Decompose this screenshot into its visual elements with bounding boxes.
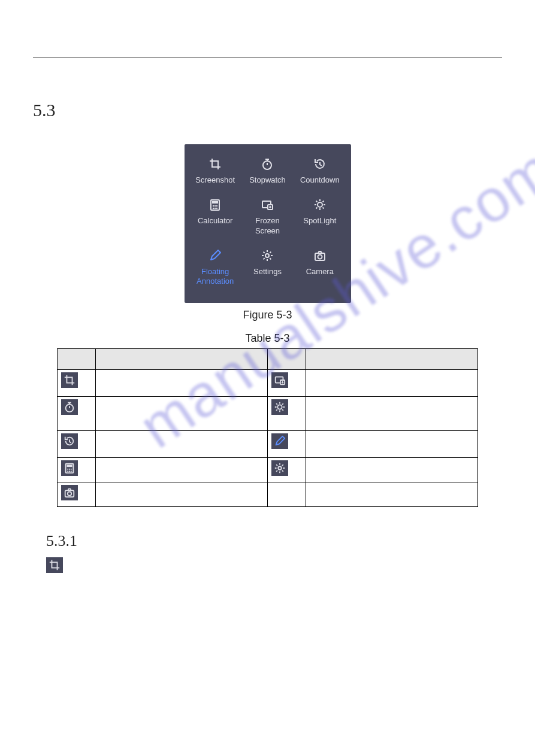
table-row: [58, 370, 478, 397]
camera-icon: [295, 248, 344, 263]
freeze-icon: [271, 372, 288, 388]
panel-item-freeze[interactable]: Frozen Screen: [241, 193, 294, 244]
freeze-icon: [243, 197, 292, 212]
gear-icon: [243, 248, 292, 263]
table-row: [58, 458, 478, 482]
history-icon: [295, 156, 344, 172]
panel-item-crop[interactable]: Screenshot: [189, 153, 241, 193]
figure-caption: Figure 5-3: [33, 309, 502, 321]
stopwatch-icon: [243, 156, 292, 172]
panel-item-camera[interactable]: Camera: [294, 244, 346, 295]
subsection-number: 5.3.1: [46, 532, 502, 550]
table-row: [58, 431, 478, 458]
pen-icon: [271, 433, 288, 449]
icon-table: [57, 348, 478, 507]
panel-item-stopwatch[interactable]: Stopwatch: [241, 153, 294, 193]
table-row: [58, 397, 478, 431]
panel-item-label: Camera: [295, 267, 344, 277]
table-header-3: [267, 349, 306, 370]
crop-icon: [46, 557, 63, 573]
tools-panel: ScreenshotStopwatchCountdownCalculatorFr…: [185, 144, 351, 303]
gear-icon: [271, 460, 288, 476]
panel-item-spotlight[interactable]: SpotLight: [294, 193, 346, 244]
panel-item-calculator[interactable]: Calculator: [189, 193, 241, 244]
spotlight-icon: [295, 197, 344, 212]
panel-item-pen[interactable]: Floating Annotation: [189, 244, 241, 295]
panel-item-label: Countdown: [295, 175, 344, 185]
calculator-icon: [191, 197, 240, 212]
table-row: [58, 482, 478, 507]
panel-item-label: Screenshot: [191, 175, 240, 185]
panel-item-label: Calculator: [191, 216, 240, 226]
panel-item-label: Floating Annotation: [191, 267, 240, 287]
history-icon: [61, 433, 78, 449]
panel-item-label: Stopwatch: [243, 175, 292, 185]
panel-item-label: Settings: [243, 267, 292, 277]
panel-item-history[interactable]: Countdown: [294, 153, 346, 193]
table-header-2: [95, 349, 267, 370]
stopwatch-icon: [61, 399, 78, 415]
camera-icon: [61, 485, 78, 500]
table-header-4: [306, 349, 477, 370]
pen-icon: [191, 248, 240, 263]
panel-item-label: SpotLight: [295, 216, 344, 226]
panel-item-label: Frozen Screen: [243, 216, 292, 236]
crop-icon: [191, 156, 240, 172]
table-caption: Table 5-3: [33, 332, 502, 345]
table-header-1: [58, 349, 96, 370]
panel-item-gear[interactable]: Settings: [241, 244, 294, 295]
spotlight-icon: [271, 399, 288, 415]
header-rule: [33, 57, 502, 58]
section-number: 5.3: [33, 100, 502, 120]
calculator-icon: [61, 460, 78, 476]
crop-icon: [61, 372, 78, 388]
